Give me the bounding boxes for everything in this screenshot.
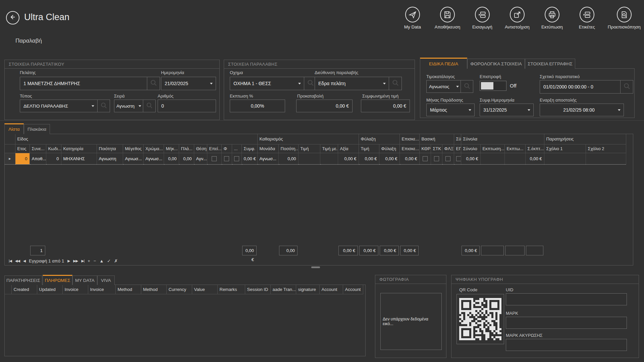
payments-column-header[interactable]: Session ID <box>245 285 270 294</box>
checkbox[interactable] <box>445 156 450 161</box>
address-search-button[interactable] <box>389 77 402 90</box>
grid-column-header[interactable]: Θέση <box>194 144 207 153</box>
payments-column-header[interactable]: Currency <box>166 285 192 294</box>
grid-column-header[interactable] <box>5 144 15 153</box>
grid-column-header[interactable]: Σ.έκπτ... <box>525 144 544 153</box>
grid-column-header[interactable]: Χρώμα... <box>143 144 164 153</box>
grid-column-header[interactable]: Φύλαξη <box>379 144 399 153</box>
grid-cell[interactable]: 0,00 € <box>399 153 419 164</box>
row-indicator-icon[interactable]: ▸ <box>5 153 15 164</box>
vehicle-combo[interactable]: ΟΧΗΜΑ 1 - ΘΕΣΣ <box>230 77 304 90</box>
navigator-button[interactable]: + <box>88 258 90 263</box>
payments-column-header[interactable]: Updated <box>37 285 62 294</box>
grid-column-header[interactable]: Επισκε... <box>399 144 419 153</box>
tab-paratiriseis[interactable]: ΠΑΡΑΤΗΡΗΣΕΙΣ <box>4 276 42 285</box>
grid-empty-body[interactable] <box>5 165 633 245</box>
photo-empty-box[interactable]: Δεν υπάρχουν δεδομένα εικό... <box>380 293 442 350</box>
related-doc-search-button[interactable] <box>620 80 633 94</box>
toolbar-button-preview[interactable]: Προεπισκόπηση <box>608 7 641 29</box>
toolbar-button-import[interactable]: Εισαγωγή <box>468 7 496 29</box>
grid-cell[interactable]: 0 <box>46 153 61 164</box>
grid-column-header[interactable]: ... <box>232 144 241 153</box>
toolbar-button-print[interactable]: Εκτύπωση <box>538 7 566 29</box>
navigator-button[interactable]: ▲ <box>99 258 104 263</box>
checkbox[interactable] <box>224 156 229 161</box>
grid-column-header[interactable]: Εκπτω... <box>504 144 525 153</box>
grid-cell[interactable]: Αποθ... <box>30 153 46 164</box>
payments-column-header[interactable]: Method <box>115 285 141 294</box>
grid-cell[interactable] <box>221 153 232 164</box>
agreed-price-input[interactable]: 0,00 € <box>361 100 410 112</box>
navigator-button[interactable]: ▶▶ <box>73 259 78 263</box>
grid-column-header[interactable]: Συνε... <box>30 144 46 153</box>
grid-cell[interactable]: Αγνωστη <box>97 153 123 164</box>
shipping-start-combo[interactable]: 21/02/25 08:00 <box>540 104 624 116</box>
grid-cell[interactable] <box>442 153 454 164</box>
grid-cell[interactable] <box>320 153 338 164</box>
grid-cell[interactable]: ΜΗΧΑΝΗΣ <box>61 153 97 164</box>
customer-input[interactable]: 1 ΜΑΝΕΤΖΗΣ ΔΗΜΗΤΡΗΣ <box>20 77 147 90</box>
grid-column-header[interactable]: Ποιότητα <box>97 144 123 153</box>
grid-cell[interactable]: 0,00 € <box>359 153 379 164</box>
tab-my-data[interactable]: MY DATA <box>72 276 97 285</box>
discount-input[interactable]: 0,00% <box>230 100 285 112</box>
horizontal-scrollbar-thumb[interactable] <box>311 266 320 268</box>
grid-cell[interactable]: 0,00 € <box>338 153 359 164</box>
navigator-button[interactable]: ✗ <box>114 258 118 263</box>
grid-column-header[interactable]: Τιμή με... <box>320 144 338 153</box>
grid-column-header[interactable]: Επεί... <box>207 144 221 153</box>
payments-column-header[interactable]: Account <box>319 285 343 294</box>
grid-cell[interactable] <box>544 153 586 164</box>
grid-cell[interactable] <box>586 153 626 164</box>
payments-column-header[interactable]: Created <box>11 285 37 294</box>
checkbox[interactable] <box>423 156 428 161</box>
type-search-button[interactable] <box>97 100 110 112</box>
mark-cancel-input[interactable] <box>506 339 627 351</box>
grid-cell[interactable] <box>504 153 525 164</box>
grid-column-header[interactable]: Ποσότη... <box>278 144 298 153</box>
toolbar-button-save[interactable]: Αποθήκευση <box>433 7 462 29</box>
checkbox[interactable] <box>456 156 461 161</box>
navigator-button[interactable]: ◀◀ <box>15 259 20 263</box>
payments-column-header[interactable]: Remarks <box>217 285 245 294</box>
series-combo[interactable]: Αγνωστη <box>114 100 143 112</box>
grid-column-header[interactable]: Σχόλιο 1 <box>544 144 586 153</box>
address-combo[interactable]: Εδρα πελάτη <box>315 77 389 90</box>
grid-column-header[interactable]: Φ <box>221 144 232 153</box>
grid-cell[interactable]: Αγνωσ... <box>143 153 164 164</box>
grid-column-header[interactable]: Εκπτωση... <box>480 144 504 153</box>
related-doc-input[interactable]: 01/01/2000 00:00:00 - 0 <box>540 80 621 94</box>
toolbar-button-paper-plane[interactable]: My Data <box>398 7 427 29</box>
payments-column-header[interactable]: Value <box>192 285 217 294</box>
grid-column-header[interactable]: Συμφ. <box>241 144 257 153</box>
grid-column-header[interactable]: ΦΛΞ <box>442 144 454 153</box>
tab-eidika-pedia[interactable]: ΕΙΔΙΚΑ ΠΕΔΙΑ <box>420 58 467 69</box>
payments-column-header[interactable]: signature <box>296 285 319 294</box>
grid-cell[interactable]: Αγν... <box>194 153 207 164</box>
grid-cell[interactable] <box>298 153 320 164</box>
grid-column-header[interactable]: ΚΘΡ <box>419 144 431 153</box>
grid-column-header[interactable]: ΣΤΚ <box>431 144 442 153</box>
grid-column-header[interactable]: Σύνολο <box>461 144 480 153</box>
grid-cell[interactable]: Αγνωσ... <box>123 153 143 164</box>
grid-cell[interactable]: 0,00 <box>278 153 298 164</box>
tab-pliromes[interactable]: ΠΛΗΡΩΜΕΣ <box>43 275 72 285</box>
grid-cell[interactable]: Αγνωσ... <box>257 153 278 164</box>
grid-column-header[interactable]: Σχόλιο 2 <box>586 144 626 153</box>
type-combo[interactable]: ΔΕΛΤΙΟ ΠΑΡΑΛΑΒΗΣ <box>20 100 98 112</box>
payments-column-header[interactable]: Method <box>141 285 166 294</box>
tab-stoixeia-eggrafis[interactable]: ΣΤΟΙΧΕΙΑ ΕΓΓΡΑΦΗΣ <box>525 59 575 69</box>
advance-input[interactable]: 0,00 € <box>296 100 353 112</box>
navigator-button[interactable]: ▶| <box>81 259 84 263</box>
series-search-button[interactable] <box>143 100 156 112</box>
navigator-button[interactable]: |◀ <box>9 259 12 263</box>
grid-cell[interactable] <box>419 153 431 164</box>
back-button[interactable] <box>6 11 19 24</box>
grid-column-header[interactable]: Κωδι... <box>46 144 61 153</box>
toolbar-button-match[interactable]: Αντιστοίχιση <box>503 7 531 29</box>
pricelist-search-button[interactable] <box>461 80 473 93</box>
navigator-button[interactable]: ◀ <box>23 259 25 263</box>
uid-input[interactable] <box>506 293 627 305</box>
navigator-button[interactable]: − <box>94 258 96 263</box>
grid-cell[interactable] <box>232 153 241 164</box>
